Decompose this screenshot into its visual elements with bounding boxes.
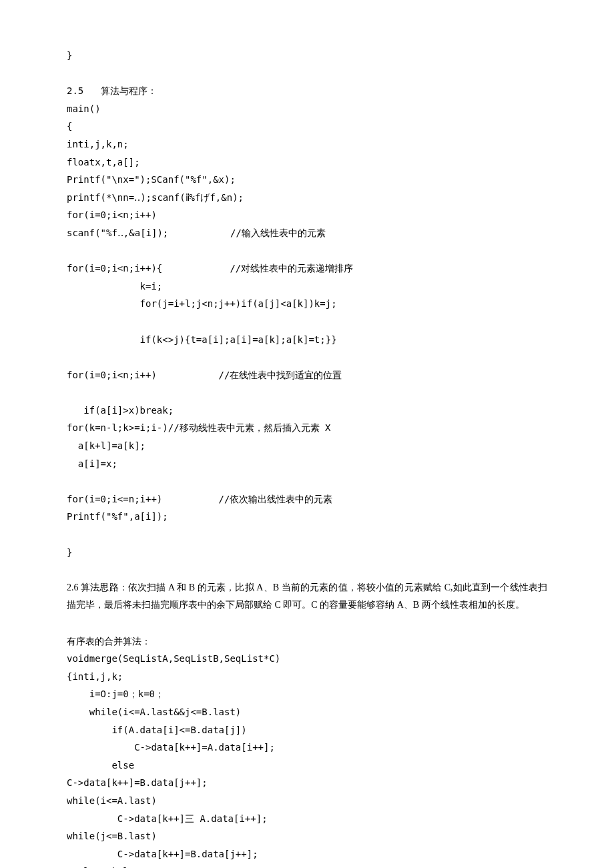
- code-line: for(i=0;i<n;i++){ //对线性表中的元素递增排序: [67, 260, 547, 278]
- code-line: C->data[k++]=B.data[j++];: [67, 845, 547, 863]
- code-line: C->data[k++]=A.data[i++];: [67, 739, 547, 757]
- code-line: for(k=n-l;k>=i;i-)//移动线性表中元素，然后插入元素 X: [67, 419, 547, 437]
- code-line: while(i<=A.last): [67, 792, 547, 810]
- code-line: }: [67, 47, 547, 65]
- blank-line: [67, 614, 547, 632]
- code-line: i=O:j=0；k=0；: [67, 685, 547, 703]
- code-line: if(k<>j){t=a[i];a[i]=a[k];a[k]=t;}}: [67, 331, 547, 349]
- code-line: for(i=0;i<n;i++) //在线性表中找到适宜的位置: [67, 366, 547, 384]
- code-line: for(i=0;i<n;i++): [67, 206, 547, 224]
- blank-line: [67, 348, 547, 366]
- blank-line: [67, 384, 547, 402]
- code-line: voidmerge(SeqListA,SeqListB,SeqList*C): [67, 650, 547, 668]
- code-line: inti,j,k,n;: [67, 135, 547, 153]
- code-line: main(): [67, 100, 547, 118]
- code-line: Printf("\nx=");SCanf("%f",&x);: [67, 171, 547, 189]
- code-line: else: [67, 757, 547, 775]
- code-line: floatx,t,a[];: [67, 153, 547, 171]
- code-line: printf(*\nn=‥);scanf(ⅱ%fげf,&n);: [67, 189, 547, 207]
- blank-line: [67, 242, 547, 260]
- code-line: a[k+l]=a[k];: [67, 437, 547, 455]
- blank-line: [67, 472, 547, 490]
- code-line: a[i]=x;: [67, 455, 547, 473]
- code-line: if(a[i]>x)break;: [67, 402, 547, 420]
- code-line: if(A.data[i]<=B.data[j]): [67, 721, 547, 739]
- blank-line: [67, 313, 547, 331]
- code-line: while(j<=B.last): [67, 827, 547, 845]
- code-line: k=i;: [67, 278, 547, 296]
- code-line: C->last=k-l;: [67, 863, 547, 868]
- section-2-6-paragraph: 2.6 算法思路：依次扫描 A 和 B 的元素，比拟 A、B 当前的元素的值，将…: [67, 579, 547, 614]
- blank-line: [67, 65, 547, 83]
- code-line: 有序表的合并算法：: [67, 632, 547, 650]
- code-line: {: [67, 117, 547, 135]
- section-2-6-text: 依次扫描 A 和 B 的元素，比拟 A、B 当前的元素的值，将较小值的元素赋给 …: [67, 582, 547, 610]
- code-line: while(i<=A.last&&j<=B.last): [67, 703, 547, 721]
- code-line: C->data[k++]三 A.data[i++];: [67, 810, 547, 828]
- code-line: C->data[k++]=B.data[j++];: [67, 774, 547, 792]
- blank-line: [67, 526, 547, 544]
- code-line: for(i=0;i<=n;i++) //依次输出线性表中的元素: [67, 490, 547, 508]
- code-line: for(j=i+l;j<n;j++)if(a[j]<a[k])k=j;: [67, 295, 547, 313]
- code-line: {inti,j,k;: [67, 668, 547, 686]
- code-line: }: [67, 544, 547, 562]
- blank-line: [67, 561, 547, 579]
- code-line: scanf("%f‥,&a[i]); //输入线性表中的元素: [67, 224, 547, 242]
- code-line: Printf("%f",a[i]);: [67, 508, 547, 526]
- section-2-6-heading: 2.6 算法思路：: [67, 582, 128, 592]
- code-line: 2.5 算法与程序：: [67, 82, 547, 100]
